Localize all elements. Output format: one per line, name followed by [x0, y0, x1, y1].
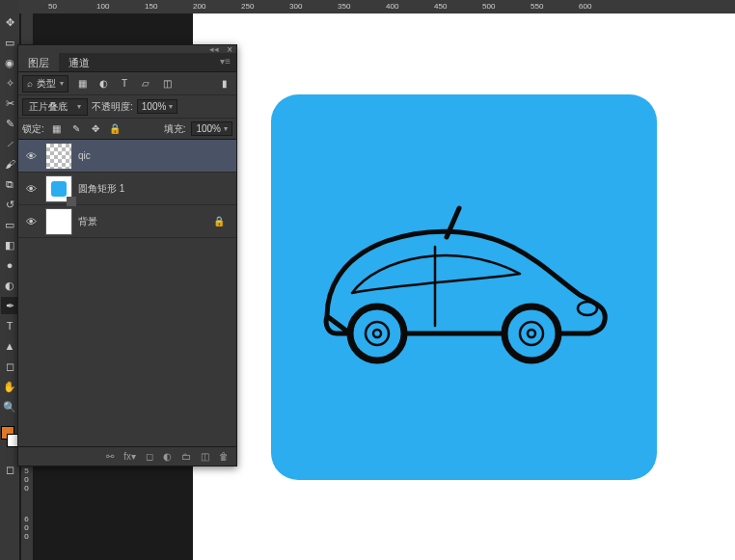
svg-point-6 [504, 307, 558, 360]
fill-label: 填充: [164, 122, 186, 136]
close-icon[interactable]: × [227, 44, 232, 55]
delete-layer-icon[interactable]: 🗑 [219, 451, 229, 462]
panel-header[interactable]: ◂◂ × [18, 45, 236, 53]
mask-icon[interactable]: ◻ [146, 451, 153, 462]
lock-label: 锁定: [22, 122, 44, 136]
type-tool-icon[interactable]: T [1, 317, 18, 334]
opacity-value: 100% [142, 101, 167, 112]
rounded-rectangle-shape [271, 94, 657, 480]
search-icon: ⌕ [27, 78, 33, 89]
lock-all-icon[interactable]: 🔒 [108, 122, 122, 136]
eraser-tool-icon[interactable]: ▭ [1, 216, 18, 233]
layer-thumbnail[interactable] [45, 175, 72, 202]
crop-tool-icon[interactable]: ✂ [1, 94, 18, 112]
canvas[interactable] [193, 13, 735, 560]
stamp-tool-icon[interactable]: ⧉ [1, 175, 18, 193]
blend-mode-value: 正片叠底 [29, 100, 68, 114]
chevron-down-icon: ▾ [224, 124, 228, 133]
visibility-icon[interactable]: 👁 [22, 183, 40, 195]
layer-row[interactable]: 👁 圆角矩形 1 [18, 173, 236, 205]
marquee-tool-icon[interactable]: ▭ [1, 34, 18, 51]
fill-value: 100% [196, 123, 221, 134]
layer-name[interactable]: 背景 [78, 215, 97, 228]
opacity-label: 不透明度: [92, 100, 133, 114]
history-brush-tool-icon[interactable]: ↺ [1, 196, 18, 213]
filter-smart-icon[interactable]: ◫ [159, 76, 175, 92]
collapse-icon[interactable]: ◂◂ [209, 44, 219, 54]
blur-tool-icon[interactable]: ● [1, 256, 18, 274]
tab-channels[interactable]: 通道 [59, 53, 99, 71]
fx-icon[interactable]: fx▾ [123, 451, 136, 462]
panel-menu-icon[interactable]: ▾≡ [214, 53, 236, 71]
chevron-down-icon: ▾ [60, 79, 64, 88]
chevron-down-icon: ▾ [169, 102, 173, 111]
lock-indicator-icon: 🔒 [213, 216, 232, 227]
visibility-icon[interactable]: 👁 [22, 216, 40, 227]
magic-wand-tool-icon[interactable]: ✧ [1, 74, 18, 92]
gradient-tool-icon[interactable]: ◧ [1, 236, 18, 253]
layer-thumbnail[interactable] [45, 208, 72, 235]
color-swatches[interactable] [1, 426, 18, 451]
quickmask-tool-icon[interactable]: ◻ [1, 461, 18, 478]
blend-mode-select[interactable]: 正片叠底 ▾ [22, 98, 88, 116]
filter-type-label: 类型 [37, 77, 56, 91]
panel-tabs: 图层 通道 ▾≡ [18, 53, 236, 72]
tools-toolbar: ✥ ▭ ◉ ✧ ✂ ✎ ⟋ 🖌 ⧉ ↺ ▭ ◧ ● ◐ ✒ T ▲ ◻ ✋ 🔍 … [0, 0, 19, 560]
layer-row[interactable]: 👁 qic [18, 140, 236, 173]
lock-transparency-icon[interactable]: ▦ [50, 122, 64, 136]
lock-row: 锁定: ▦ ✎ ✥ 🔒 填充: 100% ▾ [18, 119, 236, 140]
ruler-horizontal: 50 100 150 200 250 300 350 400 450 500 5… [19, 0, 735, 13]
new-layer-icon[interactable]: ◫ [201, 451, 209, 462]
lock-position-icon[interactable]: ✥ [89, 122, 102, 136]
filter-toggle-icon[interactable]: ▮ [217, 76, 232, 92]
opacity-input[interactable]: 100% ▾ [137, 99, 178, 114]
group-icon[interactable]: 🗀 [181, 451, 191, 462]
vector-mask-thumb[interactable] [67, 197, 76, 206]
eyedropper-tool-icon[interactable]: ✎ [1, 115, 18, 132]
layer-list: 👁 qic 👁 圆角矩形 1 👁 背景 🔒 [18, 140, 236, 238]
tab-layers[interactable]: 图层 [18, 53, 59, 71]
brush-tool-icon[interactable]: 🖌 [1, 155, 18, 173]
blend-row: 正片叠底 ▾ 不透明度: 100% ▾ [18, 95, 236, 119]
path-select-tool-icon[interactable]: ▲ [1, 337, 18, 355]
layer-row[interactable]: 👁 背景 🔒 [18, 205, 236, 238]
layer-name[interactable]: qic [78, 150, 91, 161]
move-tool-icon[interactable]: ✥ [1, 13, 18, 31]
svg-point-4 [366, 322, 389, 345]
layer-filter-row: ⌕ 类型 ▾ ▦ ◐ T ▱ ◫ ▮ [18, 72, 236, 95]
layer-name[interactable]: 圆角矩形 1 [78, 182, 124, 196]
layer-thumbnail[interactable] [45, 143, 72, 170]
lock-image-icon[interactable]: ✎ [69, 122, 83, 136]
svg-point-8 [528, 330, 535, 337]
svg-point-3 [350, 307, 404, 360]
healing-tool-icon[interactable]: ⟋ [1, 135, 18, 152]
svg-point-5 [373, 330, 381, 337]
layers-panel: ◂◂ × 图层 通道 ▾≡ ⌕ 类型 ▾ ▦ ◐ T ▱ ◫ ▮ 正片叠底 ▾ [17, 44, 237, 467]
car-drawing [310, 200, 618, 374]
layers-footer: ⚯ fx▾ ◻ ◐ 🗀 ◫ 🗑 [18, 446, 236, 466]
filter-type-select[interactable]: ⌕ 类型 ▾ [22, 75, 68, 93]
hand-tool-icon[interactable]: ✋ [1, 378, 18, 395]
filter-pixel-icon[interactable]: ▦ [74, 76, 90, 92]
dodge-tool-icon[interactable]: ◐ [1, 277, 18, 294]
shape-tool-icon[interactable]: ◻ [1, 358, 18, 375]
lasso-tool-icon[interactable]: ◉ [1, 54, 18, 71]
fill-input[interactable]: 100% ▾ [191, 121, 232, 136]
filter-type-icon[interactable]: T [117, 76, 132, 92]
filter-adjust-icon[interactable]: ◐ [95, 76, 111, 92]
svg-point-2 [578, 302, 597, 315]
zoom-tool-icon[interactable]: 🔍 [1, 398, 18, 415]
svg-point-7 [520, 322, 543, 345]
filter-shape-icon[interactable]: ▱ [138, 76, 153, 92]
photoshop-window: 50 100 150 200 250 300 350 400 450 500 5… [0, 0, 735, 560]
chevron-down-icon: ▾ [77, 102, 81, 111]
pen-tool-icon[interactable]: ✒ [1, 297, 18, 314]
link-layers-icon[interactable]: ⚯ [106, 451, 114, 462]
visibility-icon[interactable]: 👁 [22, 150, 40, 162]
adjustment-icon[interactable]: ◐ [163, 451, 172, 462]
